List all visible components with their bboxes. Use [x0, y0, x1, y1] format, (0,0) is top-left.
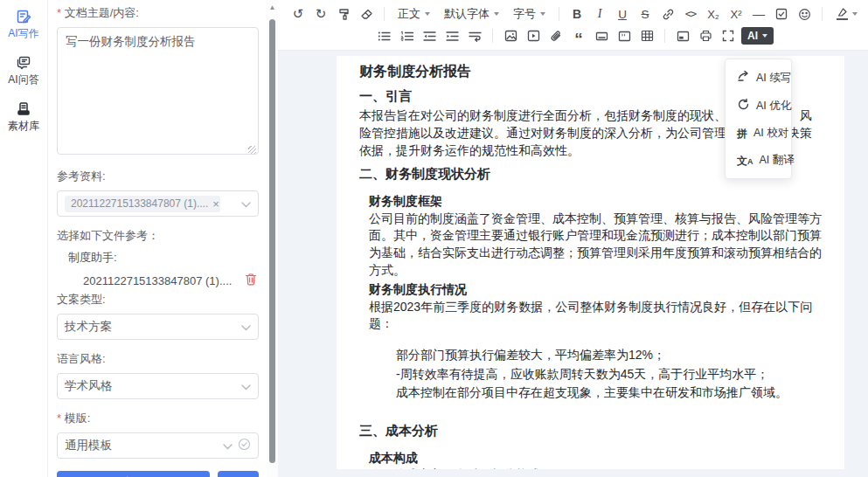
video-icon[interactable] [524, 26, 543, 45]
ai-tools-button[interactable]: AI [741, 27, 774, 45]
ai-writing-icon [16, 9, 31, 24]
chevron-down-icon [241, 321, 251, 334]
doc-block: 根据2023年前三季度的财务数据，公司整体财务制度执行情况良好，但存在以下问题： [359, 299, 822, 333]
highlighter-icon [836, 8, 848, 20]
italic-button[interactable]: I [590, 4, 609, 24]
ai-tools-label: AI [747, 30, 758, 42]
file-group-label: 制度助手: [68, 250, 259, 266]
font-size-dropdown[interactable]: 字号 [508, 4, 551, 24]
indent-icon[interactable] [442, 26, 462, 45]
superscript-button[interactable]: X² [726, 4, 746, 24]
blockquote-icon[interactable]: “ [569, 26, 588, 45]
app-window: AI写作 AI问答 素材库 文档主题/ [0, 0, 868, 477]
source-view-icon[interactable] [673, 26, 692, 45]
ai-translate-icon: 文A [737, 156, 753, 166]
chevron-down-icon [241, 380, 251, 393]
doc-block: 财务制度执行情况 [359, 281, 822, 299]
bold-button[interactable]: B [567, 4, 587, 24]
delete-file-icon[interactable] [245, 273, 257, 288]
style-value: 学术风格 [65, 378, 236, 394]
nav-label: AI写作 [8, 26, 38, 41]
chevron-down-icon [241, 197, 251, 211]
file-section-label: 选择如下文件参考： [57, 228, 259, 244]
editor-toolbar: ↺ ↻ 正文 默认字体 [278, 0, 868, 51]
chevron-down-icon [223, 439, 233, 453]
reference-tag-text: 2021122715133847807 (1).... [71, 197, 208, 210]
reference-tag: 2021122715133847807 (1).... × [65, 196, 220, 212]
text-wrap-icon[interactable] [465, 26, 484, 45]
menu-item-label: AI 翻译 [760, 153, 795, 168]
doc-type-label: 文案类型: [57, 292, 259, 308]
menu-item-label: AI 校对 [753, 126, 788, 141]
divider-block-icon[interactable] [592, 26, 611, 45]
link-icon[interactable] [658, 4, 677, 24]
generate-button[interactable]: 生成 [57, 471, 210, 477]
table-icon[interactable] [637, 26, 656, 45]
nav-item-ai-writing[interactable]: AI写作 [8, 9, 38, 41]
bullet-list-icon[interactable] [374, 26, 393, 45]
task-list-icon[interactable] [772, 4, 791, 24]
doc-block: 财务制度框架 [359, 193, 822, 211]
ai-proofread-icon: 拼 [737, 128, 747, 139]
highlight-color-dropdown[interactable] [830, 4, 863, 24]
menu-item-label: AI 优化 [756, 99, 791, 114]
nav-label: AI问答 [8, 73, 38, 87]
nav-item-material-library[interactable]: 素材库 [8, 101, 39, 134]
font-family-dropdown[interactable]: 默认字体 [439, 4, 504, 24]
paragraph-style-label: 正文 [398, 6, 420, 22]
undo-icon[interactable]: ↺ [288, 4, 308, 24]
code-block-icon[interactable] [615, 26, 634, 45]
doc-block: 公司目前的制度涵盖了资金管理、成本控制、预算管理、核算与报告、风险管理等方面。其… [359, 211, 822, 279]
scrollbar-thumb[interactable] [269, 19, 275, 463]
download-button[interactable]: 下载 [218, 471, 259, 477]
inline-code-icon[interactable]: <> [681, 4, 700, 24]
nav-label: 素材库 [8, 119, 39, 134]
menu-item-ai-optimize[interactable]: AI 优化 [726, 92, 791, 120]
style-label: 语言风格: [57, 351, 259, 367]
doc-block: 三、成本分析 [359, 421, 822, 439]
topic-label: 文档主题/内容: [57, 5, 259, 21]
doc-type-select[interactable]: 技术方案 [57, 314, 259, 340]
file-name: 2021122715133847807 (1).... [83, 274, 245, 287]
image-icon[interactable] [501, 26, 520, 45]
outdent-icon[interactable] [420, 26, 439, 45]
ai-tools-menu: AI 续写 AI 优化 拼 AI 校对 文A AI 翻译 [725, 59, 792, 179]
doc-type-value: 技术方案 [65, 319, 236, 335]
menu-item-ai-translate[interactable]: 文A AI 翻译 [726, 147, 791, 174]
form-scrollbar[interactable]: ▲ [267, 0, 278, 477]
ordered-list-icon[interactable] [397, 26, 416, 45]
font-family-label: 默认字体 [444, 6, 490, 22]
doc-block: -周转效率有待提高，应收账款周转天数为45天，高于行业平均水平； [359, 366, 822, 384]
attachment-icon[interactable] [546, 26, 566, 45]
scroll-up-arrow-icon[interactable]: ▲ [268, 3, 276, 11]
library-icon [16, 101, 31, 117]
nav-item-ai-qa[interactable]: AI问答 [8, 55, 38, 87]
topic-input[interactable]: 写一份财务制度分析报告 [57, 27, 259, 155]
resize-grip[interactable] [248, 146, 256, 154]
print-icon[interactable] [696, 26, 715, 45]
doc-block: 成本构成 [359, 450, 822, 467]
font-size-label: 字号 [513, 6, 536, 22]
horizontal-rule-icon[interactable]: — [749, 4, 768, 24]
paragraph-style-dropdown[interactable]: 正文 [392, 4, 435, 24]
strikethrough-button[interactable]: S [635, 4, 655, 24]
fullscreen-icon[interactable] [719, 26, 738, 45]
ai-writing-form: 文档主题/内容: 写一份财务制度分析报告 参考资料: 2021122715133… [48, 0, 267, 477]
eraser-icon[interactable] [357, 4, 376, 24]
style-select[interactable]: 学术风格 [57, 373, 259, 399]
ai-optimize-icon [737, 98, 750, 114]
underline-button[interactable]: U [613, 4, 632, 24]
doc-block: 公司的成本主要由以下部分构成： [359, 467, 822, 469]
nav-rail: AI写作 AI问答 素材库 [0, 0, 48, 477]
redo-icon[interactable]: ↻ [311, 4, 330, 24]
format-painter-icon[interactable] [334, 4, 353, 24]
emoji-icon[interactable] [795, 4, 814, 24]
menu-item-ai-continue[interactable]: AI 续写 [726, 64, 791, 92]
tag-remove-icon[interactable]: × [212, 197, 219, 211]
doc-block [359, 333, 822, 345]
reference-select[interactable]: 2021122715133847807 (1).... × [57, 190, 259, 217]
subscript-button[interactable]: X₂ [704, 4, 723, 24]
template-select[interactable]: 通用模板 [57, 432, 259, 459]
ai-continue-icon [737, 70, 750, 86]
menu-item-ai-proofread[interactable]: 拼 AI 校对 [726, 120, 791, 147]
